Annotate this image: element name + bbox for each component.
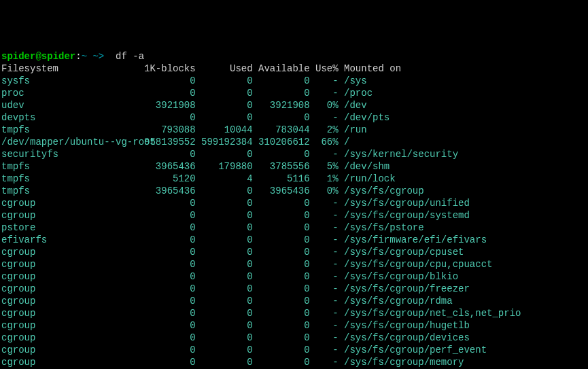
cell-avail: 0 xyxy=(253,234,310,246)
cell-usep: 2% xyxy=(310,124,339,136)
cell-blocks: 0 xyxy=(144,234,196,246)
cell-filesystem: cgroup xyxy=(1,246,144,258)
cell-used: 0 xyxy=(196,185,253,197)
df-row: pstore000-/sys/fs/pstore xyxy=(1,222,587,234)
cell-used: 0 xyxy=(196,344,253,356)
cell-used: 0 xyxy=(196,148,253,160)
cell-usep: - xyxy=(310,344,339,356)
prompt-line[interactable]: spider@spider:~ ~> df -a xyxy=(1,50,587,63)
cell-used: 0 xyxy=(196,87,253,99)
prompt-sep: : xyxy=(75,51,81,62)
cell-used: 0 xyxy=(196,258,253,270)
cell-blocks: 0 xyxy=(144,87,196,99)
cell-usep: 0% xyxy=(310,99,339,111)
cell-used: 0 xyxy=(196,111,253,124)
cell-filesystem: cgroup xyxy=(1,356,144,368)
cell-blocks: 0 xyxy=(144,148,196,160)
cell-blocks: 0 xyxy=(144,270,196,283)
cell-avail: 3921908 xyxy=(253,99,310,111)
cell-avail: 0 xyxy=(253,332,310,344)
cell-used: 0 xyxy=(196,307,253,319)
cell-usep: 5% xyxy=(310,160,339,173)
cell-avail: 0 xyxy=(253,87,310,99)
cell-avail: 0 xyxy=(253,283,310,295)
cell-mount: /sys/fs/cgroup/memory xyxy=(339,356,464,368)
cell-avail: 0 xyxy=(253,356,310,368)
cell-blocks: 0 xyxy=(144,319,196,332)
df-row: tmpfs793088100447830442%/run xyxy=(1,124,587,136)
df-row: /dev/mapper/ubuntu--vg-root9581395525991… xyxy=(1,136,587,148)
cell-blocks: 958139552 xyxy=(144,136,196,148)
cell-mount: /dev/shm xyxy=(339,160,390,173)
cell-blocks: 0 xyxy=(144,332,196,344)
cell-filesystem: efivarfs xyxy=(1,234,144,246)
cell-usep: - xyxy=(310,283,339,295)
cell-filesystem: sysfs xyxy=(1,75,144,87)
cell-used: 0 xyxy=(196,197,253,209)
cell-mount: /run/lock xyxy=(339,173,396,185)
df-row: cgroup000-/sys/fs/cgroup/cpuset xyxy=(1,246,587,258)
cell-used: 0 xyxy=(196,356,253,368)
cell-usep: - xyxy=(310,209,339,222)
cell-blocks: 3921908 xyxy=(144,99,196,111)
cell-used: 4 xyxy=(196,173,253,185)
cell-usep: - xyxy=(310,197,339,209)
cell-filesystem: /dev/mapper/ubuntu--vg-root xyxy=(1,136,144,148)
df-row: udev3921908039219080%/dev xyxy=(1,99,587,111)
cell-avail: 0 xyxy=(253,295,310,307)
cell-filesystem: tmpfs xyxy=(1,160,144,173)
df-row: cgroup000-/sys/fs/cgroup/cpu,cpuacct xyxy=(1,258,587,270)
cell-blocks: 0 xyxy=(144,344,196,356)
cell-blocks: 0 xyxy=(144,197,196,209)
cell-filesystem: proc xyxy=(1,87,144,99)
cell-avail: 0 xyxy=(253,75,310,87)
prompt-path: ~ ~> xyxy=(82,51,105,62)
cell-filesystem: tmpfs xyxy=(1,173,144,185)
df-row: efivarfs000-/sys/firmware/efi/efivars xyxy=(1,234,587,246)
df-row: tmpfs5120451161%/run/lock xyxy=(1,173,587,185)
header-filesystem: Filesystem xyxy=(1,63,144,75)
cell-blocks: 0 xyxy=(144,246,196,258)
cell-avail: 3965436 xyxy=(253,185,310,197)
cell-mount: /sys/fs/cgroup xyxy=(339,185,424,197)
cell-usep: - xyxy=(310,258,339,270)
cell-mount: /sys/fs/cgroup/cpuset xyxy=(339,246,464,258)
header-mounted-on: Mounted on xyxy=(339,63,401,75)
cell-blocks: 0 xyxy=(144,295,196,307)
df-row: cgroup000-/sys/fs/cgroup/hugetlb xyxy=(1,319,587,332)
cell-mount: /sys/fs/pstore xyxy=(339,222,424,234)
df-row: tmpfs396543617988037855565%/dev/shm xyxy=(1,160,587,173)
cell-filesystem: cgroup xyxy=(1,197,144,209)
cell-filesystem: cgroup xyxy=(1,209,144,222)
cell-mount: /sys/fs/cgroup/systemd xyxy=(339,209,470,222)
prompt-at: @ xyxy=(35,51,41,62)
cell-used: 0 xyxy=(196,246,253,258)
cell-avail: 0 xyxy=(253,258,310,270)
cell-mount: /sys/fs/cgroup/devices xyxy=(339,332,470,344)
cell-avail: 0 xyxy=(253,319,310,332)
cell-filesystem: cgroup xyxy=(1,307,144,319)
prompt-command: df -a xyxy=(104,51,144,62)
cell-mount: /sys/fs/cgroup/perf_event xyxy=(339,344,487,356)
cell-blocks: 793088 xyxy=(144,124,196,136)
cell-filesystem: cgroup xyxy=(1,270,144,283)
cell-used: 0 xyxy=(196,295,253,307)
cell-blocks: 0 xyxy=(144,222,196,234)
cell-filesystem: pstore xyxy=(1,222,144,234)
df-row: cgroup000-/sys/fs/cgroup/memory xyxy=(1,356,587,368)
cell-filesystem: udev xyxy=(1,99,144,111)
cell-mount: /sys/kernel/security xyxy=(339,148,458,160)
cell-filesystem: securityfs xyxy=(1,148,144,160)
cell-usep: - xyxy=(310,319,339,332)
cell-filesystem: cgroup xyxy=(1,283,144,295)
cell-used: 0 xyxy=(196,234,253,246)
cell-blocks: 3965436 xyxy=(144,160,196,173)
cell-used: 0 xyxy=(196,209,253,222)
df-row: cgroup000-/sys/fs/cgroup/rdma xyxy=(1,295,587,307)
cell-avail: 5116 xyxy=(253,173,310,185)
cell-used: 179880 xyxy=(196,160,253,173)
cell-avail: 3785556 xyxy=(253,160,310,173)
header-used: Used xyxy=(196,63,253,75)
cell-filesystem: cgroup xyxy=(1,258,144,270)
cell-mount: /sys/fs/cgroup/freezer xyxy=(339,283,470,295)
